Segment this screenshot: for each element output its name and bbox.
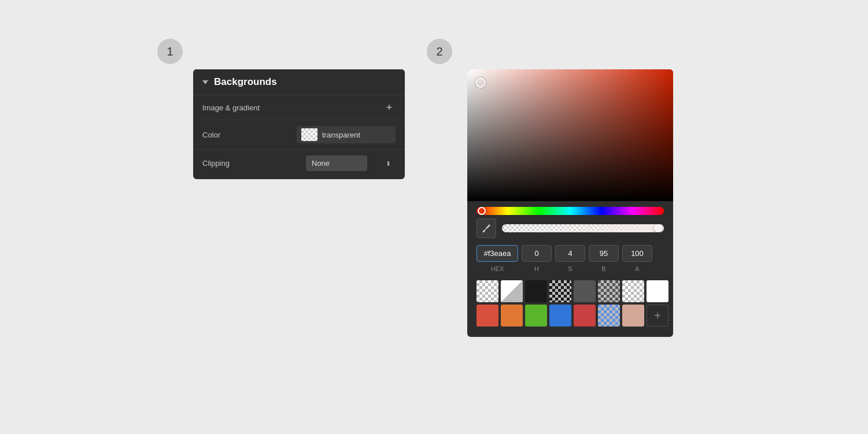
alpha-slider-wrapper: [502, 224, 664, 232]
hue-handle[interactable]: [478, 207, 486, 215]
swatch-transparent[interactable]: [477, 280, 498, 302]
b-label: B: [589, 265, 619, 272]
swatch-blue[interactable]: [549, 305, 571, 327]
alpha-tools-row: [467, 217, 673, 243]
color-picker-panel: HEX H S B A +: [467, 69, 673, 337]
hue-slider[interactable]: [477, 207, 664, 215]
color-swatch: [301, 128, 317, 141]
swatch-white-half[interactable]: [501, 280, 523, 302]
step-badge-2: 2: [427, 39, 452, 64]
h-label: H: [522, 265, 552, 272]
hue-slider-container: [467, 201, 673, 217]
add-background-button[interactable]: +: [383, 101, 396, 114]
panel-header: Backgrounds: [193, 69, 405, 95]
step-badge-1: 1: [157, 39, 183, 64]
add-swatch-button[interactable]: +: [647, 305, 668, 327]
a-label: A: [622, 265, 652, 272]
swatches-area: +: [467, 277, 673, 331]
swatch-orange[interactable]: [501, 305, 523, 327]
color-gradient-area[interactable]: [467, 69, 673, 201]
clipping-label: Clipping: [202, 159, 297, 168]
swatch-green[interactable]: [525, 305, 547, 327]
clipping-row: Clipping None border-box padding-box con…: [193, 149, 405, 179]
color-text: transparent: [322, 131, 360, 139]
swatch-pink[interactable]: [622, 305, 644, 327]
swatch-red[interactable]: [477, 305, 498, 327]
color-labels-row: HEX H S B A: [467, 264, 673, 277]
image-gradient-label: Image & gradient: [202, 103, 383, 112]
gradient-handle[interactable]: [475, 77, 486, 88]
swatches-row-1: [477, 280, 664, 302]
s-input[interactable]: [555, 245, 585, 262]
swatch-light-gray-checker[interactable]: [622, 280, 644, 302]
backgrounds-panel: Backgrounds Image & gradient + Color tra…: [193, 69, 405, 179]
b-input[interactable]: [589, 245, 619, 262]
hex-input[interactable]: [477, 245, 518, 262]
swatch-dark-gray-checker[interactable]: [598, 280, 620, 302]
badge-1-label: 1: [167, 45, 173, 58]
color-values-row: [467, 243, 673, 264]
alpha-slider[interactable]: [502, 224, 664, 232]
a-input[interactable]: [622, 245, 652, 262]
alpha-overlay: [502, 224, 664, 232]
hex-label: HEX: [477, 265, 518, 272]
eyedropper-icon: [482, 224, 491, 233]
swatch-red2[interactable]: [574, 305, 596, 327]
alpha-handle[interactable]: [654, 224, 662, 232]
swatch-black-checker[interactable]: [549, 280, 571, 302]
panel-title: Backgrounds: [214, 76, 277, 88]
collapse-arrow-icon[interactable]: [202, 80, 208, 84]
clipping-select[interactable]: None border-box padding-box content-box …: [306, 155, 367, 171]
clipping-select-wrapper: None border-box padding-box content-box …: [301, 155, 396, 171]
color-label: Color: [202, 131, 292, 139]
h-input[interactable]: [522, 245, 552, 262]
badge-2-label: 2: [436, 45, 442, 58]
s-label: S: [555, 265, 585, 272]
swatch-blue-checker[interactable]: [598, 305, 620, 327]
eyedropper-button[interactable]: [477, 218, 496, 238]
swatch-white[interactable]: [647, 280, 668, 302]
swatch-black[interactable]: [525, 280, 547, 302]
color-row: Color transparent: [193, 120, 405, 149]
swatches-row-2: +: [477, 305, 664, 327]
color-value-field[interactable]: transparent: [297, 126, 396, 143]
image-gradient-row: Image & gradient +: [193, 95, 405, 120]
swatch-dark-gray[interactable]: [574, 280, 596, 302]
